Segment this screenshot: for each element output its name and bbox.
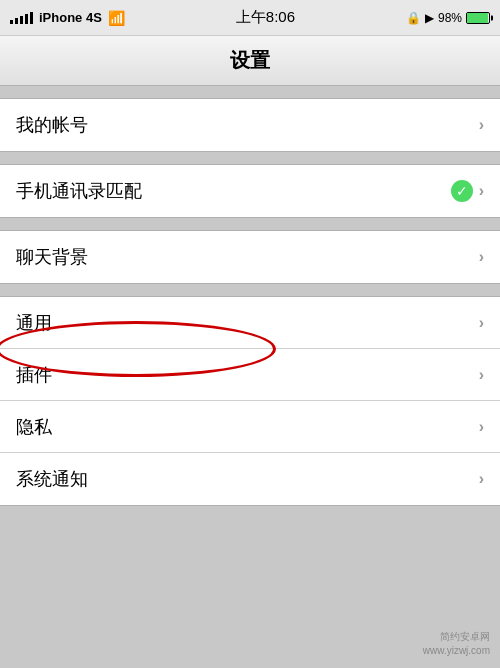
chat-background-chevron: › xyxy=(479,248,484,266)
watermark-line2: www.yizwj.com xyxy=(423,644,490,658)
system-notice-chevron: › xyxy=(479,470,484,488)
contacts-match-chevron: › xyxy=(479,182,484,200)
general-chevron: › xyxy=(479,314,484,332)
plugins-chevron: › xyxy=(479,366,484,384)
lock-icon: 🔒 xyxy=(406,11,421,25)
contacts-match-item[interactable]: 手机通讯录匹配 ✓ › xyxy=(0,165,500,217)
my-account-item[interactable]: 我的帐号 › xyxy=(0,99,500,151)
privacy-label: 隐私 xyxy=(16,415,52,439)
battery-icon xyxy=(466,12,490,24)
settings-content: 我的帐号 › 手机通讯录匹配 ✓ › 聊天背景 › xyxy=(0,86,500,518)
plugins-item[interactable]: 插件 › xyxy=(0,349,500,401)
account-section: 我的帐号 › xyxy=(0,98,500,152)
general-settings-section: 通用 › 插件 › 隐私 › xyxy=(0,296,500,506)
status-right: 🔒 ▶ 98% xyxy=(406,11,490,25)
chat-background-label: 聊天背景 xyxy=(16,245,88,269)
system-notice-label: 系统通知 xyxy=(16,467,88,491)
plugins-label: 插件 xyxy=(16,363,52,387)
privacy-chevron: › xyxy=(479,418,484,436)
contacts-match-label: 手机通讯录匹配 xyxy=(16,179,142,203)
location-icon: ▶ xyxy=(425,11,434,25)
status-time: 上午8:06 xyxy=(236,8,295,27)
my-account-chevron: › xyxy=(479,116,484,134)
green-check-icon: ✓ xyxy=(451,180,473,202)
privacy-item[interactable]: 隐私 › xyxy=(0,401,500,453)
chat-background-item[interactable]: 聊天背景 › xyxy=(0,231,500,283)
signal-bars xyxy=(10,12,33,24)
watermark-line1: 简约安卓网 xyxy=(423,630,490,644)
status-left: iPhone 4S 📶 xyxy=(10,10,125,26)
status-bar: iPhone 4S 📶 上午8:06 🔒 ▶ 98% xyxy=(0,0,500,36)
page-title: 设置 xyxy=(230,47,270,74)
general-label: 通用 xyxy=(16,311,52,335)
system-notice-item[interactable]: 系统通知 › xyxy=(0,453,500,505)
chat-section: 聊天背景 › xyxy=(0,230,500,284)
navigation-bar: 设置 xyxy=(0,36,500,86)
contacts-section: 手机通讯录匹配 ✓ › xyxy=(0,164,500,218)
general-item[interactable]: 通用 › xyxy=(0,297,500,349)
battery-percent: 98% xyxy=(438,11,462,25)
device-name: iPhone 4S xyxy=(39,10,102,25)
watermark: 简约安卓网 www.yizwj.com xyxy=(423,630,490,658)
my-account-label: 我的帐号 xyxy=(16,113,88,137)
wifi-icon: 📶 xyxy=(108,10,125,26)
